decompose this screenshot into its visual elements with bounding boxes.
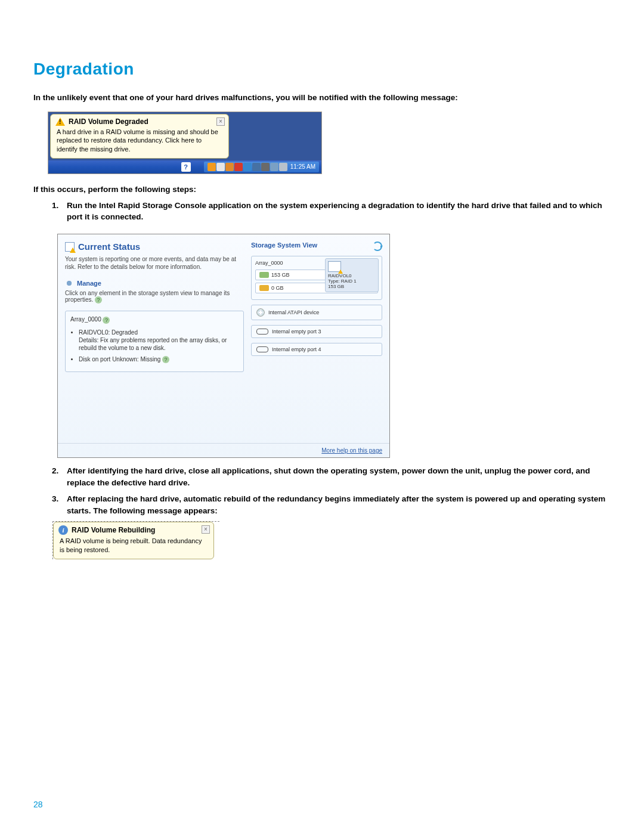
atapi-label: Internal ATAPI device (268, 309, 319, 315)
balloon-text: A RAID volume is being rebuilt. Data red… (54, 537, 213, 559)
storage-view-title: Storage System View (251, 241, 317, 251)
more-help-link[interactable]: More help on this page (321, 447, 382, 454)
intro-text: In the unlikely event that one of your h… (33, 93, 611, 102)
volume-size: 153 GB (328, 284, 376, 289)
tray-icon[interactable] (243, 163, 252, 171)
cd-icon (256, 308, 265, 317)
console-desc: Your system is reporting one or more eve… (65, 255, 244, 271)
help-link-row: More help on this page (58, 443, 389, 457)
step-2: After identifying the hard drive, close … (61, 465, 611, 488)
balloon-degraded: RAID Volume Degraded × A hard drive in a… (50, 114, 229, 159)
steps-intro: If this occurs, perform the following st… (33, 185, 611, 194)
array-name: Array_0000 (70, 316, 101, 323)
balloon-rebuilding: i RAID Volume Rebuilding × A RAID volume… (53, 522, 214, 559)
taskbar: ? 11:25 AM (48, 160, 321, 174)
tray-icon[interactable] (279, 163, 287, 171)
volume-icon (328, 261, 341, 272)
tray-icon[interactable] (252, 163, 261, 171)
close-icon[interactable]: × (216, 117, 225, 126)
help-badge-icon[interactable]: ? (95, 296, 102, 304)
refresh-icon[interactable] (373, 241, 382, 251)
tray-icon[interactable] (216, 163, 225, 171)
disk-warning-icon (259, 285, 269, 291)
screenshot-console: Current Status Your system is reporting … (57, 234, 390, 458)
raid-details: Details: Fix any problems reported on th… (79, 337, 227, 351)
manage-title: Manage (77, 280, 101, 287)
screenshot-rebuilding: i RAID Volume Rebuilding × A RAID volume… (52, 521, 219, 559)
warning-icon (55, 117, 65, 126)
balloon-text: A hard drive in a RAID volume is missing… (51, 128, 228, 158)
steps-list-cont: After identifying the hard drive, close … (33, 465, 611, 516)
port-icon (256, 329, 268, 335)
array-status-block: Array_0000 ? RAIDVOL0: Degraded Details:… (65, 311, 244, 372)
step-1: Run the Intel Rapid Storage Console appl… (61, 200, 611, 223)
step-3: After replacing the hard drive, automati… (61, 493, 611, 516)
balloon-title: RAID Volume Rebuilding (72, 526, 155, 534)
close-icon[interactable]: × (202, 525, 210, 534)
screenshot-degraded: RAID Volume Degraded × A hard drive in a… (48, 112, 322, 174)
taskbar-clock: 11:25 AM (288, 163, 315, 170)
port-label: Internal empty port 3 (272, 329, 321, 335)
steps-list: Run the Intel Rapid Storage Console appl… (33, 200, 611, 223)
volume-name: RAIDVOL0 (328, 273, 376, 278)
tray-icon[interactable] (234, 163, 243, 171)
disk-size: 153 GB (271, 272, 290, 278)
page-heading: Degradation (33, 60, 611, 79)
page-number: 28 (33, 800, 43, 809)
tray-icon[interactable] (225, 163, 234, 171)
port-icon (256, 346, 268, 352)
help-badge-icon[interactable]: ? (103, 317, 110, 324)
tray-icon[interactable] (208, 163, 216, 171)
status-warning-icon (65, 242, 75, 252)
console-title-text: Current Status (78, 241, 140, 252)
port-label: Internal empty port 4 (272, 346, 321, 352)
manage-text: Click on any element in the storage syst… (65, 290, 244, 304)
volume-type: Type: RAID 1 (328, 278, 376, 284)
disk-missing-line: Disk on port Unknown: Missing ? (79, 355, 239, 363)
info-icon: i (58, 525, 68, 535)
disk-icon (259, 272, 269, 278)
empty-port[interactable]: Internal empty port 4 (251, 343, 382, 356)
console-title: Current Status (65, 241, 244, 252)
gear-icon (65, 279, 73, 287)
empty-port[interactable]: Internal empty port 3 (251, 325, 382, 338)
atapi-device[interactable]: Internal ATAPI device (251, 305, 382, 320)
disk-size: 0 GB (271, 285, 284, 291)
raid-status-line: RAIDVOL0: Degraded Details: Fix any prob… (79, 329, 239, 352)
balloon-title: RAID Volume Degraded (69, 117, 148, 126)
manage-heading: Manage (65, 279, 244, 287)
tray-icon[interactable] (261, 163, 270, 171)
help-badge-icon[interactable]: ? (162, 356, 169, 363)
tray-icon[interactable] (270, 163, 278, 171)
volume-card[interactable]: RAIDVOL0 Type: RAID 1 153 GB (325, 258, 379, 292)
help-icon[interactable]: ? (181, 162, 191, 172)
